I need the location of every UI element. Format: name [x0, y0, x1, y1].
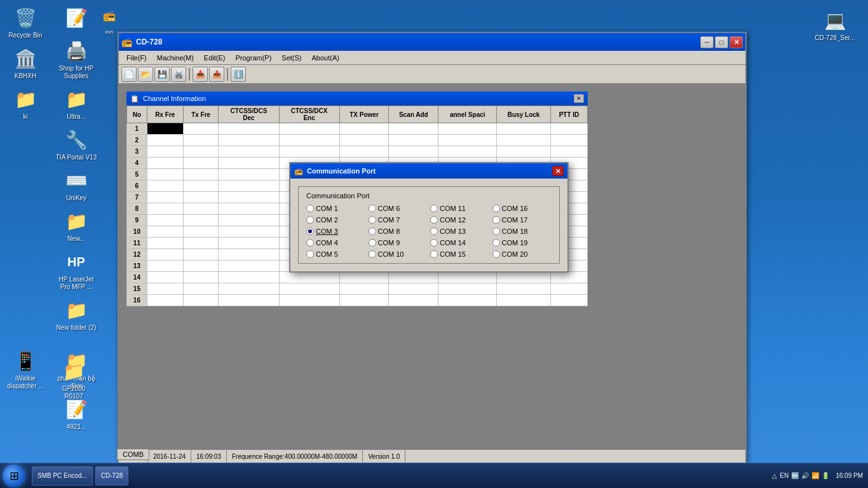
table-cell[interactable]: [219, 146, 279, 158]
table-cell[interactable]: [219, 135, 279, 146]
com-option-com20[interactable]: COM 20: [492, 250, 552, 258]
com-option-com2[interactable]: COM 2: [306, 216, 366, 224]
table-cell[interactable]: [183, 283, 219, 295]
table-cell[interactable]: [183, 295, 219, 306]
toolbar-read[interactable]: 📥: [193, 67, 208, 82]
table-cell[interactable]: [183, 123, 219, 135]
table-cell[interactable]: [219, 283, 279, 295]
table-cell[interactable]: [183, 180, 219, 192]
table-cell[interactable]: [389, 135, 438, 146]
table-cell[interactable]: [147, 203, 183, 215]
table-cell[interactable]: [438, 123, 497, 135]
table-cell[interactable]: [339, 123, 389, 135]
table-cell[interactable]: [219, 215, 279, 226]
com-option-com19[interactable]: COM 19: [492, 239, 552, 247]
table-cell[interactable]: [147, 249, 183, 261]
table-cell[interactable]: [551, 272, 588, 283]
table-cell[interactable]: [339, 146, 389, 158]
table-cell[interactable]: [147, 295, 183, 306]
desktop-icon-cd728-ser[interactable]: 💻 CD-728_Ser...: [812, 5, 858, 44]
table-cell[interactable]: [183, 238, 219, 249]
table-cell[interactable]: [219, 180, 279, 192]
table-cell[interactable]: [219, 203, 279, 215]
table-cell[interactable]: [147, 123, 183, 135]
minimize-button[interactable]: ─: [700, 36, 714, 48]
table-row[interactable]: 3: [127, 146, 588, 158]
table-cell[interactable]: [147, 238, 183, 249]
table-cell[interactable]: [183, 192, 219, 203]
toolbar-print[interactable]: 🖨️: [171, 67, 186, 82]
toolbar-info[interactable]: ℹ️: [231, 67, 246, 82]
taskbar-item-cd728[interactable]: CD-728: [95, 466, 128, 485]
menu-machine[interactable]: Machine(M): [152, 53, 199, 63]
table-cell[interactable]: [339, 272, 389, 283]
table-cell[interactable]: [183, 203, 219, 215]
table-cell[interactable]: [497, 123, 551, 135]
table-cell[interactable]: [279, 146, 339, 158]
table-cell[interactable]: [219, 295, 279, 306]
desktop-icon-tia[interactable]: 🔧 TIA Portal V13: [53, 125, 99, 164]
com-option-com6[interactable]: COM 6: [369, 205, 428, 212]
desktop-icon-new[interactable]: 📁 New...: [53, 206, 99, 245]
radio-com14[interactable]: [430, 239, 438, 247]
table-cell[interactable]: [339, 135, 389, 146]
radio-com7[interactable]: [369, 216, 376, 224]
table-cell[interactable]: [438, 272, 497, 283]
com-option-com11[interactable]: COM 11: [430, 205, 490, 212]
toolbar-open[interactable]: 📂: [138, 67, 153, 82]
com-option-com12[interactable]: COM 12: [430, 216, 490, 224]
table-cell[interactable]: [438, 295, 497, 306]
radio-com13[interactable]: [430, 227, 438, 235]
desktop-icon-hp[interactable]: HP HP LaserJet Pro MFP ...: [53, 247, 99, 294]
close-button[interactable]: ✕: [729, 36, 743, 48]
table-cell[interactable]: [219, 261, 279, 272]
desktop-icon-smb[interactable]: 📻 linh: [102, 0, 117, 38]
menu-file[interactable]: File(F): [121, 53, 152, 63]
com-option-com5[interactable]: COM 5: [306, 250, 366, 258]
table-cell[interactable]: [551, 283, 588, 295]
table-cell[interactable]: [219, 226, 279, 238]
table-cell[interactable]: [497, 295, 551, 306]
table-cell[interactable]: [279, 135, 339, 146]
taskbar-item-smb[interactable]: SMB PC Encod...: [32, 466, 93, 485]
com-option-com1[interactable]: COM 1: [306, 205, 366, 212]
table-cell[interactable]: [551, 295, 588, 306]
desktop-icon-kbhxh[interactable]: 🏛️ KBHXH: [3, 43, 48, 83]
table-cell[interactable]: [389, 295, 438, 306]
table-cell[interactable]: [389, 272, 438, 283]
table-cell[interactable]: [279, 283, 339, 295]
table-cell[interactable]: [438, 283, 497, 295]
com-option-com10[interactable]: COM 10: [369, 250, 428, 258]
table-row[interactable]: 2: [127, 135, 588, 146]
table-cell[interactable]: [438, 146, 497, 158]
table-cell[interactable]: [339, 283, 389, 295]
table-cell[interactable]: [497, 272, 551, 283]
radio-com2[interactable]: [306, 216, 314, 224]
table-cell[interactable]: [147, 215, 183, 226]
table-cell[interactable]: [219, 158, 279, 169]
radio-com19[interactable]: [492, 239, 500, 247]
desktop-icon-ultra[interactable]: 📁 Ultra...: [53, 84, 99, 123]
table-cell[interactable]: [389, 283, 438, 295]
restore-button[interactable]: □: [715, 36, 728, 48]
table-row[interactable]: 1: [127, 123, 588, 135]
table-cell[interactable]: [339, 295, 389, 306]
menu-set[interactable]: Set(S): [276, 53, 306, 63]
com-option-com3[interactable]: COM 3: [306, 227, 366, 235]
table-cell[interactable]: [497, 146, 551, 158]
table-cell[interactable]: [551, 123, 588, 135]
table-cell[interactable]: [147, 158, 183, 169]
table-cell[interactable]: [497, 283, 551, 295]
com-option-com4[interactable]: COM 4: [306, 239, 366, 247]
radio-com9[interactable]: [369, 239, 376, 247]
com-option-com9[interactable]: COM 9: [369, 239, 428, 247]
table-cell[interactable]: [389, 146, 438, 158]
table-cell[interactable]: [183, 169, 219, 180]
menu-about[interactable]: About(A): [307, 53, 344, 63]
table-cell[interactable]: [147, 272, 183, 283]
table-cell[interactable]: [219, 169, 279, 180]
radio-com5[interactable]: [306, 250, 314, 258]
table-cell[interactable]: [183, 226, 219, 238]
radio-com4[interactable]: [306, 239, 314, 247]
radio-com1[interactable]: [306, 205, 314, 212]
